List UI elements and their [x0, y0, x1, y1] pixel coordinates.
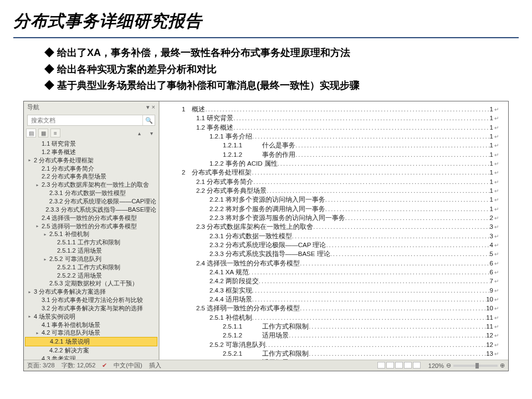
toc-row: 2 分布式事务处理框架.............................…	[182, 168, 499, 177]
outline-item[interactable]: ▸2.5.2 可靠消息队列	[25, 255, 157, 263]
outline-item[interactable]: 4.1 事务补偿机制场景	[25, 321, 157, 329]
outline-item[interactable]: 4.2.1 场景说明	[25, 337, 157, 346]
outline-item[interactable]: ▸4 场景实例说明	[25, 313, 157, 321]
toc-label: 1.2.1.1 什么是事务	[223, 141, 295, 150]
toc-row: 2.5.2.1 工作方式和限制.........................…	[182, 349, 499, 358]
toc-row: 2.2.3 将对多个资源与服务的访问纳入同一事务................…	[182, 213, 499, 222]
twisty-icon[interactable]: ▸	[35, 329, 40, 337]
nav-dropdown-icon[interactable]: ▾	[146, 104, 150, 111]
twisty-icon[interactable]: ▸	[43, 231, 48, 238]
outline-item[interactable]: ▸4.2 可靠消息队列场景	[25, 329, 157, 337]
outline-item[interactable]: ▸3 分布式事务解决方案选择	[25, 288, 157, 296]
outline-label: 2.5 选择弱一致性的分布式事务模型	[42, 222, 137, 231]
outline-item[interactable]: 4.3 参考实现	[25, 355, 157, 360]
toc-row: 1.2.1 事务介绍..............................…	[182, 132, 499, 141]
toc-row: 2.1 分布式事务简介.............................…	[182, 177, 499, 186]
toc-row: 2.2.2 将对多个服务的调用纳入同一事务...................…	[182, 204, 499, 213]
outline-item[interactable]: 2.5.1.1 工作方式和限制	[25, 238, 157, 247]
twisty-icon[interactable]: ▸	[27, 156, 32, 164]
outline-item[interactable]: 4.2.2 解决方案	[25, 346, 157, 355]
search-input[interactable]	[28, 117, 142, 124]
outline-label: 1.2 事务概述	[42, 148, 76, 156]
toc-row: 2.4 选择强一致性的分布式事务模型......................…	[182, 259, 499, 268]
outline-label: 2.1 分布式事务简介	[42, 165, 94, 173]
toc-row: 2.2.1 将对多个资源的访问纳入同一事务...................…	[182, 195, 499, 204]
nav-close-icon[interactable]: ×	[152, 104, 155, 111]
twisty-icon[interactable]: ▸	[43, 255, 48, 263]
twisty-icon[interactable]: ▸	[27, 288, 32, 296]
bullet-item: 基于典型业务场景给出了事物补偿和可靠消息(最终一致性）实现步骤	[44, 78, 519, 94]
toc-row: 1.2.2 事务的 ACID 属性.......................…	[182, 159, 499, 168]
outline-item[interactable]: 2.3.2 分布式系统理论极限——CAP理论	[25, 197, 157, 206]
view-mode-icons[interactable]	[377, 362, 422, 370]
outline-item[interactable]: 2.5.3 定期数据校对（人工干预）	[25, 279, 157, 288]
outline-item[interactable]: 2.4 选择强一致性的分布式事务模型	[25, 214, 157, 222]
tab-pages[interactable]: ▦	[38, 129, 48, 137]
outline-item[interactable]: ▸2.3 分布式数据库架构在一致性上的取舍	[25, 181, 157, 189]
outline-item[interactable]: 2.3.3 分布式系统实践指导——BASE理论	[25, 206, 157, 214]
status-words[interactable]: 字数: 12,052	[62, 361, 96, 370]
toc-label: 2.4.1 XA 规范	[209, 268, 249, 277]
zoom-value[interactable]: 120%	[428, 362, 444, 369]
toc-page: 1	[490, 204, 493, 213]
outline-item[interactable]: 2.3.1 分布式数据一致性模型	[25, 189, 157, 197]
outline-item[interactable]: 3.1 分布式事务处理方法论分析与比较	[25, 296, 157, 304]
outline-item[interactable]: 1.2 事务概述	[25, 148, 157, 156]
toc-row: 2.3 分布式数据库架构在一致性上的取舍....................…	[182, 222, 499, 231]
toc-row: 2.5.1.2 适用场景............................…	[182, 331, 499, 340]
outline-item[interactable]: 1.1 研究背景	[25, 140, 157, 148]
toc-label: 2.4.3 框架实现	[209, 286, 252, 295]
twisty-icon[interactable]: ▸	[27, 313, 32, 320]
twisty-icon[interactable]: ▸	[35, 181, 40, 189]
toc-page: 6	[490, 259, 493, 268]
toc-label: 2.2 分布式事务典型场景	[196, 186, 267, 195]
outline-item[interactable]: 2.2 分布式事务典型场景	[25, 172, 157, 181]
outline-item[interactable]: 2.5.1.2 适用场景	[25, 247, 157, 255]
toc-row: 2.5 选择弱一致性的分布式事务模型......................…	[182, 304, 499, 313]
toc-label: 2.4 选择强一致性的分布式事务模型	[196, 259, 300, 268]
tab-headings[interactable]: ▤	[26, 129, 36, 137]
status-mode[interactable]: 插入	[149, 361, 161, 370]
toc-page: 5	[490, 249, 493, 258]
zoom-out-icon[interactable]: ⊖	[446, 362, 451, 369]
toc-row: 2.5.2 可靠消息队列............................…	[182, 340, 499, 349]
outline-item[interactable]: 2.1 分布式事务简介	[25, 165, 157, 173]
toc-label: 2 分布式事务处理框架	[182, 168, 252, 177]
tab-results[interactable]: ≡	[50, 129, 60, 137]
toc-label: 2.5.2.1 工作方式和限制	[223, 349, 309, 358]
outline-label: 2 分布式事务处理框架	[34, 156, 94, 165]
toc-page: 7	[490, 277, 493, 285]
outline-item[interactable]: ▸2.5.1 补偿机制	[25, 230, 157, 238]
twisty-icon[interactable]: ▸	[35, 222, 40, 230]
status-lang[interactable]: 中文(中国)	[114, 361, 142, 370]
nav-collapse-icon[interactable]: ▾	[146, 129, 156, 137]
outline-label: 2.5.2.2 适用场景	[57, 272, 102, 280]
toc-page: 1	[490, 105, 493, 114]
outline-item[interactable]: ▸2.5 选择弱一致性的分布式事务模型	[25, 222, 157, 231]
outline-label: 4.1 事务补偿机制场景	[42, 321, 100, 329]
toc-page: 1	[490, 159, 493, 168]
outline-label: 1.1 研究背景	[42, 140, 76, 148]
outline-item[interactable]: ▸2 分布式事务处理框架	[25, 156, 157, 165]
outline-label: 3.2 分布式事务解决方案与架构的选择	[42, 304, 143, 313]
zoom-slider[interactable]	[453, 365, 498, 367]
toc-label: 2.5.1 补偿机制	[209, 313, 252, 322]
bullet-list: 给出了XA，事务补偿，最终一致性各种分布式事务处理原理和方法给出各种实现方案的差…	[13, 45, 519, 94]
toc-page: 6	[490, 268, 493, 277]
toc-page: 9	[490, 286, 493, 295]
outline-item[interactable]: 2.5.2.1 工作方式和限制	[25, 263, 157, 272]
toc-label: 2.5.2 可靠消息队列	[209, 340, 265, 349]
nav-expand-icon[interactable]: ▴	[134, 129, 144, 137]
toc-page: 12	[486, 340, 493, 349]
search-icon[interactable]: 🔍	[142, 115, 155, 125]
outline-label: 4.2.1 场景说明	[50, 337, 90, 346]
toc-row: 2.5.1.1 工作方式和限制.........................…	[182, 322, 499, 331]
status-page[interactable]: 页面: 3/28	[27, 361, 55, 370]
toc-label: 2.5.1.2 适用场景	[223, 331, 289, 340]
search-box[interactable]: 🔍	[27, 115, 155, 126]
zoom-in-icon[interactable]: ⊕	[500, 362, 505, 369]
toc-label: 2.5.1.1 工作方式和限制	[223, 322, 309, 331]
outline-item[interactable]: 2.5.2.2 适用场景	[25, 272, 157, 280]
outline-item[interactable]: 3.2 分布式事务解决方案与架构的选择	[25, 304, 157, 313]
toc-page: 1	[490, 168, 493, 177]
